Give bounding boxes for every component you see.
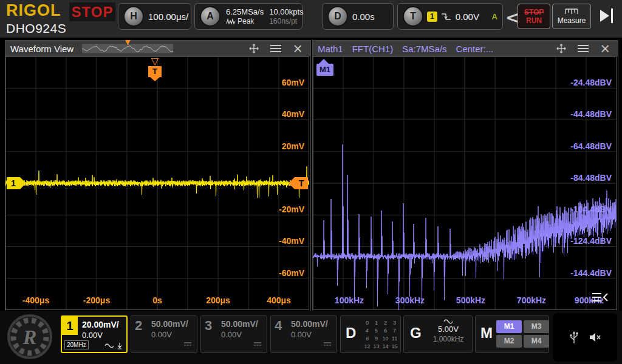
offset-down-arrow-icon — [117, 342, 123, 349]
toolbar-scroll-right-button[interactable] — [600, 8, 613, 23]
channel1-bandwidth: 20MHz — [64, 340, 89, 349]
sine-wave-icon — [443, 318, 453, 325]
channel2-box[interactable]: 2 50.00mV/ 0.00V — [131, 315, 197, 353]
close-window-icon[interactable]: × — [292, 42, 303, 55]
horizontal-settings-button[interactable]: H 100.00μs/ — [118, 3, 191, 30]
svg-text:R: R — [22, 326, 37, 348]
dc-coupling-icon — [323, 338, 332, 349]
measure-button[interactable]: Measure — [552, 4, 591, 29]
h-knob-icon[interactable]: H — [123, 6, 144, 27]
trigger-position-marker[interactable]: ▽ T — [148, 56, 162, 77]
x-axis-label: -400μs — [12, 295, 60, 305]
math-key-label: M — [480, 325, 493, 342]
math2-slot-button[interactable]: M2 — [496, 335, 522, 348]
close-window-icon[interactable]: × — [600, 42, 610, 55]
trigger-source-badge: 1 — [427, 12, 437, 22]
digital-bit: 7 — [390, 328, 399, 334]
fft-plot-area[interactable]: M1 -24.48dBV -44.48dBV -64.48dBV -84.48d… — [313, 56, 617, 310]
move-window-icon[interactable] — [248, 43, 259, 54]
channel1-position-marker[interactable]: 1 — [7, 177, 20, 189]
trigger-level-marker[interactable]: T — [295, 177, 308, 189]
play-triangle-icon — [600, 10, 609, 22]
y-axis-label: -24.48dBV — [570, 78, 612, 87]
system-status-box[interactable] — [553, 313, 617, 362]
gear-icon: R — [6, 313, 53, 360]
delay-value: 0.00s — [352, 12, 375, 22]
peak-detect-icon — [226, 18, 236, 25]
y-axis-label: 20mV — [282, 141, 304, 151]
waveform-plot-area[interactable]: ▽ T 60mV 40mV 20mV -20mV -40mV -60mV -40… — [5, 56, 309, 310]
math3-slot-button[interactable]: M3 — [524, 320, 549, 333]
ribbon-trigger-position-icon[interactable]: ▼ — [125, 38, 130, 46]
channel4-scale: 50.00mV/ — [291, 319, 328, 329]
x-axis-label: 500kHz — [446, 295, 495, 305]
channel3-box[interactable]: 3 50.00mV/ 0.00V — [200, 315, 267, 353]
y-axis-label: -64.48dBV — [570, 141, 612, 151]
y-axis-label: -84.48dBV — [570, 173, 612, 183]
fft-center-label: Center:... — [456, 44, 494, 54]
channel3-scale: 50.00mV/ — [221, 319, 258, 329]
digital-bit: 2 — [381, 320, 390, 326]
rigol-gear-logo-button[interactable]: R — [6, 313, 53, 360]
d-knob-icon[interactable]: D — [327, 6, 348, 27]
t-knob-icon[interactable]: T — [403, 6, 423, 27]
dc-coupling-icon — [253, 338, 262, 349]
channel1-coupling — [104, 342, 123, 349]
trigger-flag[interactable]: T — [148, 66, 162, 77]
digital-bit: 9 — [372, 335, 381, 342]
acquisition-depth-column: 10.00kpts 160ns/pt — [269, 7, 303, 25]
generator-box[interactable]: G 5.00V 1.000kHz — [403, 315, 473, 353]
y-axis-label: 40mV — [282, 109, 304, 119]
bar-icon — [611, 8, 613, 23]
y-axis-label: -44.48dBV — [570, 109, 612, 119]
x-axis-label: 400μs — [255, 295, 303, 305]
trigger-level-value: 0.00V — [456, 12, 479, 22]
run-label: RUN — [526, 16, 542, 25]
acquisition-mode-label: Peak — [238, 17, 254, 25]
math1-slot-button[interactable]: M1 — [496, 320, 522, 333]
trigger-settings-button[interactable]: T 1 0.00V A — [397, 3, 503, 30]
x-axis-label: 300kHz — [386, 295, 434, 305]
timebase-ribbon[interactable]: ▼ — [82, 44, 173, 53]
channel2-offset: 0.00V — [151, 330, 172, 339]
move-window-icon[interactable] — [556, 43, 567, 54]
channel1-box[interactable]: 1 20.00mV/ 0.00V 20MHz — [61, 315, 128, 353]
window-menu-icon[interactable] — [270, 45, 281, 52]
stop-run-button[interactable]: STOP RUN — [518, 4, 550, 29]
acquisition-settings-button[interactable]: A 6.25MSa/s Peak 10.00kpts 160ns/pt — [194, 3, 302, 30]
generator-amplitude: 5.00V — [438, 325, 459, 335]
x-axis-label: -200μs — [72, 295, 121, 305]
channel4-offset: 0.00V — [291, 330, 312, 339]
delay-settings-button[interactable]: D 0.00s — [322, 3, 394, 30]
falling-edge-icon — [441, 12, 452, 21]
math4-slot-button[interactable]: M4 — [524, 335, 549, 348]
generator-frequency: 1.000kHz — [433, 335, 464, 345]
digital-bit: 14 — [381, 343, 390, 349]
y-axis-label: 60mV — [282, 78, 304, 87]
window-menu-icon[interactable] — [578, 45, 589, 52]
digital-bit: 11 — [390, 335, 399, 342]
waveform-window-header: Waveform View ▼ × — [5, 41, 310, 56]
time-per-point-value: 160ns/pt — [269, 17, 303, 25]
digital-channels-box[interactable]: D 0 1 2 3 4 5 6 7 8 9 10 11 12 13 14 15 — [340, 315, 401, 353]
digital-bit: 6 — [381, 328, 390, 334]
y-axis-label: -104.4dBV — [570, 204, 612, 214]
expand-menu-icon[interactable] — [591, 292, 609, 305]
channel3-number: 3 — [205, 318, 212, 334]
digital-bit: 3 — [390, 320, 399, 326]
measure-icon — [565, 8, 578, 15]
fft-sample-rate-label: Sa:7MSa/s — [402, 44, 446, 54]
digital-bit: 15 — [390, 343, 399, 349]
dc-coupling-icon — [183, 338, 192, 349]
waveform-view-window: Waveform View ▼ × ▽ T 60mV 40mV 20mV -20… — [5, 40, 311, 312]
a-knob-icon[interactable]: A — [200, 6, 220, 27]
x-axis-label: 100kHz — [325, 295, 374, 305]
oscilloscope-screen: RIGOL STOP DHO924S H 100.00μs/ A 6.25MSa… — [0, 0, 622, 364]
math-box[interactable]: M M1 M3 M2 M4 — [475, 315, 549, 353]
channel4-box[interactable]: 4 50.00mV/ 0.00V — [270, 315, 337, 353]
ac-coupling-sine-icon — [104, 343, 114, 349]
waveform-plot[interactable] — [5, 56, 309, 310]
x-axis-label: 200μs — [194, 295, 242, 305]
digital-key-label: D — [346, 325, 356, 342]
math1-marker[interactable]: M1 — [316, 64, 333, 76]
